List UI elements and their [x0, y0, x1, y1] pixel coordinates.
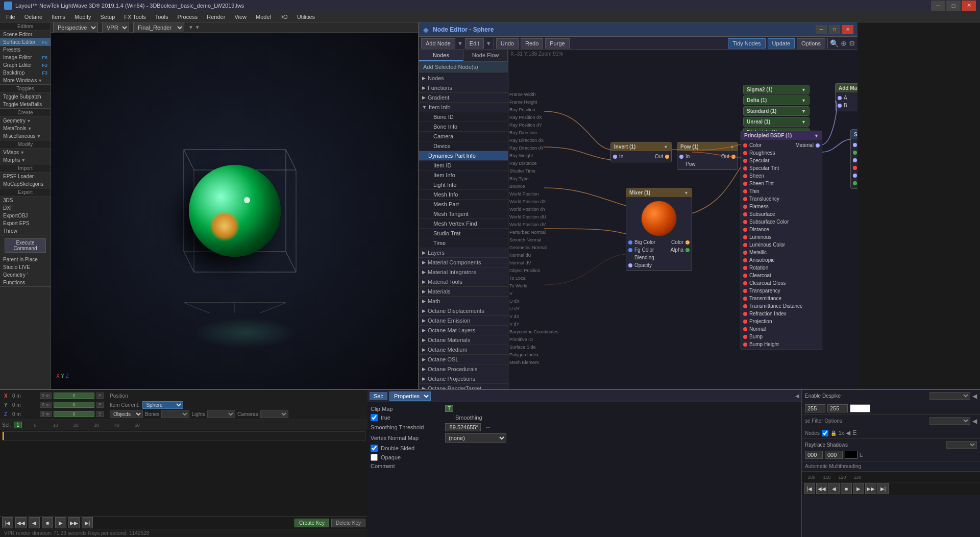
sidebar-item-mocap[interactable]: MoCapSkelegons [0, 180, 51, 188]
pbsdf-transparency-port[interactable] [743, 289, 747, 293]
standard-expand-icon[interactable]: ▼ [801, 109, 806, 114]
sidebar-item-misc[interactable]: Miscellaneous ▼ [0, 132, 51, 140]
prop-toggle-icon[interactable]: ◀ [795, 393, 799, 399]
despike-select[interactable] [929, 392, 970, 400]
bone-info-item[interactable]: Bone Info [419, 122, 508, 132]
mat-int-section-header[interactable]: ▶ Material Integrators [419, 267, 508, 277]
search-icon[interactable]: 🔍 [830, 39, 839, 47]
pow-expand-icon[interactable]: ▼ [730, 144, 734, 150]
menu-view[interactable]: View [230, 13, 251, 21]
menu-io[interactable]: I/O [276, 13, 292, 21]
next-frame-button[interactable]: ▶▶ [68, 517, 80, 528]
pbsdf-anisotropic-port[interactable] [743, 258, 747, 262]
nodes-right-icon[interactable]: ◀ [846, 429, 850, 436]
sidebar-item-studio-live[interactable]: Studio LIVE [0, 263, 51, 271]
node-canvas[interactable]: X:-31 Y:138 Zoom:91% Frame WidthFrame He… [508, 50, 857, 389]
x-e-button[interactable]: E [96, 393, 104, 399]
color-r-input[interactable] [805, 404, 825, 412]
item-id-item[interactable]: Item ID [419, 161, 508, 170]
pow-node[interactable]: Pow (1) ▼ In Out [677, 142, 738, 170]
studio-trat-item[interactable]: Studio Trat [419, 229, 508, 238]
pbsdf-transmittancedist-port[interactable] [743, 304, 747, 308]
r-play-back-button[interactable]: ◀ [828, 483, 840, 494]
sidebar-item-exportobj[interactable]: ExportOBJ [0, 212, 51, 219]
layers-section-header[interactable]: ▶ Layers [419, 248, 508, 258]
add-node-button[interactable]: Add Node [421, 38, 455, 48]
sidebar-item-graph-editor[interactable]: Graph Editor F2 [0, 61, 51, 69]
item-info-item[interactable]: Item Info [419, 170, 508, 180]
device-item[interactable]: Device [419, 141, 508, 151]
sidebar-item-metatools[interactable]: MetaTools ▼ [0, 125, 51, 132]
mixer-color-out-port[interactable] [685, 240, 690, 245]
render-mode-select[interactable]: Final_Render [133, 22, 184, 33]
sidebar-item-dxf[interactable]: DXF [0, 204, 51, 212]
timeline-track[interactable] [2, 431, 365, 441]
prev-frame-button[interactable]: ◀◀ [15, 517, 27, 528]
smoothing-threshold-input[interactable] [445, 423, 481, 431]
sidebar-item-epsf[interactable]: EPSF Loader [0, 173, 51, 180]
nodes-tab[interactable]: Nodes [419, 50, 463, 61]
zoom-icon[interactable]: ⊕ [841, 39, 847, 47]
nodes-right-icon2[interactable]: E [852, 429, 856, 436]
shadow-color-swatch[interactable] [845, 451, 857, 459]
time-item[interactable]: Time [419, 238, 508, 248]
color-swatch[interactable] [850, 404, 870, 412]
sidebar-item-scene-editor[interactable]: Scene Editor [0, 31, 51, 38]
viewport-mode-select[interactable]: Perspective [53, 22, 98, 33]
sidebar-item-functions[interactable]: Functions [0, 279, 51, 286]
purge-button[interactable]: Purge [545, 38, 569, 48]
sigma2-node[interactable]: Sigma2 (1) ▼ [743, 85, 810, 94]
lock-icon[interactable]: 🔒 [830, 430, 837, 436]
sidebar-item-geometry[interactable]: Geometry ▼ [0, 117, 51, 125]
delete-key-button[interactable]: Delete Key [331, 519, 365, 527]
pbsdf-material-out-port[interactable] [816, 143, 820, 148]
goto-start-button[interactable]: |◀ [2, 517, 13, 528]
menu-render[interactable]: Render [203, 13, 229, 21]
bone-id-item[interactable]: Bone ID [419, 112, 508, 122]
delta-node[interactable]: Delta (1) ▼ [743, 95, 810, 105]
sidebar-item-surface-editor[interactable]: Surface Editor F5 [0, 38, 51, 46]
pbsdf-color-port[interactable] [743, 143, 747, 148]
menu-model[interactable]: Model [252, 13, 275, 21]
pbsdf-subsurface-port[interactable] [743, 212, 747, 216]
sidebar-item-more-windows[interactable]: More Windows ▼ [0, 77, 51, 84]
current-item-select[interactable]: Sphere [142, 401, 183, 409]
principled-bsdf-expand-icon[interactable]: ▼ [814, 133, 819, 138]
surface-opengl-port[interactable] [853, 181, 857, 185]
menu-octane[interactable]: Octane [20, 13, 46, 21]
maximize-button[interactable]: □ [946, 1, 961, 11]
r-play-forward-button[interactable]: ▶ [853, 483, 864, 494]
unreal-node[interactable]: Unreal (1) ▼ [743, 117, 810, 127]
mat-tools-section-header[interactable]: ▶ Material Tools [419, 277, 508, 287]
r-goto-start-button[interactable]: |◀ [804, 483, 815, 494]
gradient-section-header[interactable]: ▶ Gradient [419, 93, 508, 103]
invert-expand-icon[interactable]: ▼ [664, 144, 668, 150]
add-mat-b-port[interactable] [838, 104, 842, 108]
oct-proc-section-header[interactable]: ▶ Octane Procedurals [419, 364, 508, 374]
pbsdf-normal-port[interactable] [743, 327, 747, 331]
materials-section-header[interactable]: ▶ Materials [419, 287, 508, 297]
menu-setup[interactable]: Setup [96, 13, 119, 21]
add-selected-node-button[interactable]: Add Selected Node(s) [419, 62, 508, 72]
ne-close-button[interactable]: ✕ [842, 25, 853, 34]
undo-button[interactable]: Undo [496, 38, 519, 48]
redo-button[interactable]: Redo [521, 38, 543, 48]
surface-displacement-port[interactable] [853, 166, 857, 170]
r-step-forward-button[interactable]: ▶▶ [865, 483, 876, 494]
invert-node[interactable]: Invert (1) ▼ In Out [610, 142, 672, 162]
edit-dropdown-icon[interactable]: ▼ [486, 40, 492, 46]
pbsdf-luminous-port[interactable] [743, 235, 747, 239]
mesh-info-item[interactable]: Mesh Info [419, 190, 508, 200]
pbsdf-distance-port[interactable] [743, 228, 747, 232]
create-key-button[interactable]: Create Key [295, 519, 329, 527]
viewport-3d[interactable]: X Y Z [51, 33, 418, 389]
mat-comp-section-header[interactable]: ▶ Material Components [419, 258, 508, 267]
sidebar-item-vmaps[interactable]: VMaps ▼ [0, 149, 51, 156]
mesh-vertex-find-item[interactable]: Mesh Vertex Find [419, 219, 508, 229]
color-g-input[interactable] [827, 404, 848, 412]
nodes-section-header[interactable]: ▶ Nodes [419, 74, 508, 83]
cameras-select[interactable] [260, 410, 288, 418]
close-button[interactable]: ✕ [962, 1, 976, 11]
menu-modify[interactable]: Modify [70, 13, 95, 21]
menu-fx[interactable]: FX Tools [120, 13, 150, 21]
